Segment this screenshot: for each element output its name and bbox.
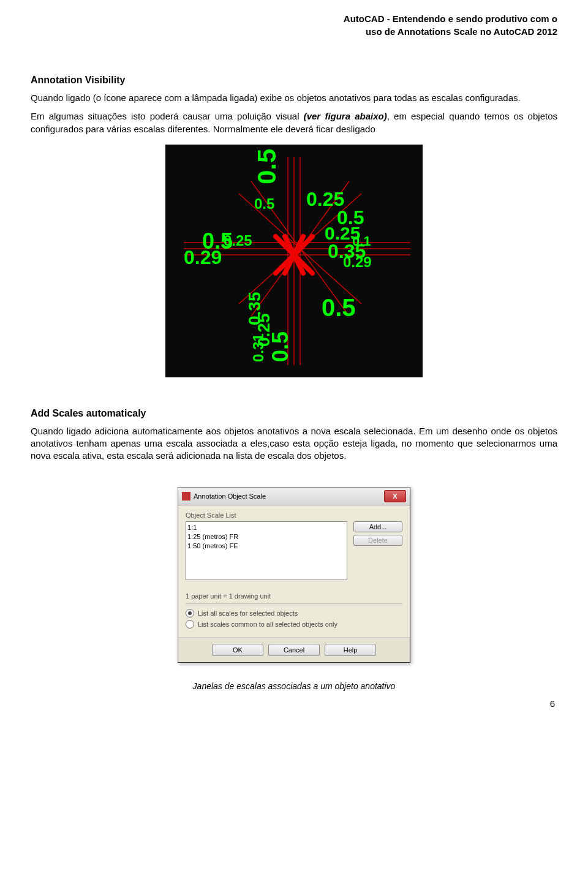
svg-text:0.1: 0.1 (352, 233, 371, 249)
svg-text:0.5: 0.5 (322, 294, 356, 321)
dialog-side-buttons: Add... Delete (353, 521, 402, 580)
svg-text:0.29: 0.29 (343, 254, 372, 270)
svg-text:0.5: 0.5 (254, 195, 274, 212)
delete-button[interactable]: Delete (353, 535, 402, 546)
header-line-1: AutoCAD - Entendendo e sendo produtivo c… (31, 12, 557, 25)
cancel-button[interactable]: Cancel (268, 644, 320, 656)
list-item[interactable]: 1:25 (metros) FR (187, 532, 345, 542)
figure-caption: Janelas de escalas associadas a um objet… (31, 681, 557, 691)
svg-text:0.25: 0.25 (224, 232, 252, 249)
close-icon[interactable]: X (384, 490, 406, 502)
dialog-figure: Annotation Object Scale X Object Scale L… (178, 487, 410, 663)
list-item[interactable]: 1:1 (187, 523, 345, 532)
svg-text:0.5: 0.5 (252, 148, 281, 184)
ok-button[interactable]: OK (212, 644, 263, 656)
radio-icon (186, 609, 194, 617)
scale-listbox[interactable]: 1:1 1:25 (metros) FR 1:50 (metros) FE (186, 521, 347, 580)
add-button[interactable]: Add... (353, 521, 402, 532)
annotation-scale-dialog: Annotation Object Scale X Object Scale L… (178, 487, 410, 663)
paragraph-2: Em algumas situações isto poderá causar … (31, 110, 557, 135)
autocad-screenshot-figure: 0.5 0.25 0.5 0.5 0.5 0.29 0.35 0.29 0.25… (165, 145, 423, 377)
section-title-add-scales: Add Scales automaticaly (31, 408, 557, 419)
radio-option-2[interactable]: List scales common to all selected objec… (186, 620, 402, 629)
list-item[interactable]: 1:50 (metros) FE (187, 542, 345, 551)
dialog-titlebar: Annotation Object Scale X (178, 488, 410, 505)
paragraph-3: Quando ligado adiciona automaticamente a… (31, 425, 557, 463)
radio-icon (186, 620, 194, 629)
svg-text:0.29: 0.29 (184, 246, 222, 268)
list-label: Object Scale List (186, 512, 402, 519)
dialog-title-group: Annotation Object Scale (182, 492, 266, 500)
svg-text:0.31: 0.31 (250, 333, 266, 362)
paragraph-1: Quando ligado (o ícone aparece com a lâm… (31, 92, 557, 104)
dialog-title-text: Annotation Object Scale (194, 493, 266, 500)
document-page: AutoCAD - Entendendo e sendo produtivo c… (0, 0, 588, 721)
dialog-body: Object Scale List 1:1 1:25 (metros) FR 1… (178, 505, 410, 637)
section-title-annotation-visibility: Annotation Visibility (31, 75, 557, 86)
para2-italic: (ver figura abaixo) (304, 111, 387, 121)
app-icon (182, 492, 190, 500)
dialog-list-row: 1:1 1:25 (metros) FR 1:50 (metros) FE Ad… (186, 521, 402, 580)
page-number: 6 (31, 698, 557, 709)
radio-label-2: List scales common to all selected objec… (198, 621, 337, 628)
svg-text:0.5: 0.5 (268, 331, 293, 362)
units-text: 1 paper unit = 1 drawing unit (186, 592, 402, 604)
page-header: AutoCAD - Entendendo e sendo produtivo c… (31, 12, 557, 38)
help-button[interactable]: Help (325, 644, 376, 656)
para2-part-a: Em algumas situações isto poderá causar … (31, 111, 304, 121)
dialog-footer: OK Cancel Help (178, 637, 410, 662)
radio-option-1[interactable]: List all scales for selected objects (186, 609, 402, 617)
radio-label-1: List all scales for selected objects (198, 610, 298, 617)
header-line-2: uso de Annotations Scale no AutoCAD 2012 (31, 25, 557, 38)
cad-drawing: 0.5 0.25 0.5 0.5 0.5 0.29 0.35 0.29 0.25… (165, 145, 423, 377)
